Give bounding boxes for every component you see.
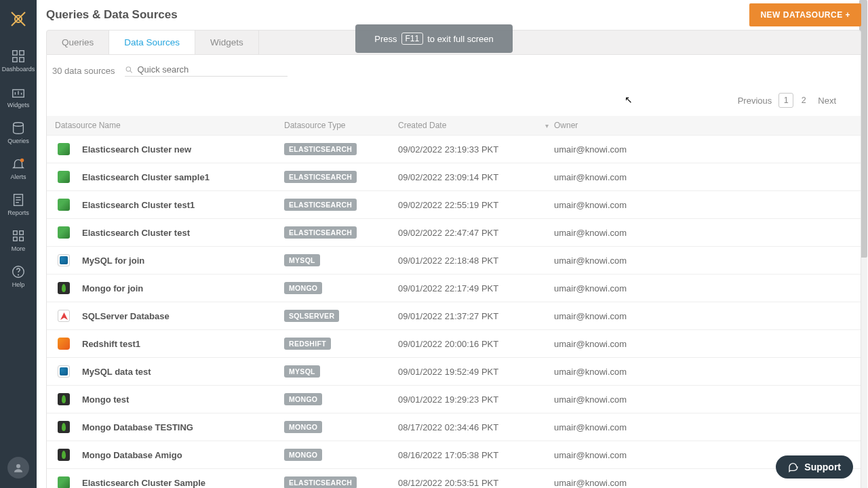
datasource-icon (58, 338, 70, 350)
datasource-icon (58, 421, 70, 433)
datasource-name: Elasticsearch Cluster test1 (82, 200, 195, 210)
type-badge: MYSQL (284, 365, 320, 378)
datasource-name: Elasticsearch Cluster Sample (82, 478, 205, 488)
svg-rect-16 (20, 231, 24, 235)
column-header-name[interactable]: Datasource Name (47, 121, 284, 130)
dashboards-icon (11, 49, 26, 64)
created-date: 08/16/2022 17:05:38 PKT (398, 450, 554, 460)
search-icon (125, 65, 134, 75)
column-header-type[interactable]: Datasource Type (284, 121, 398, 130)
svg-rect-4 (20, 58, 24, 62)
sidebar-item-label: Reports (7, 209, 29, 216)
hint-suffix: to exit full screen (427, 34, 494, 44)
datasource-icon (58, 449, 70, 461)
type-badge: MONGO (284, 393, 322, 405)
support-label: Support (804, 462, 841, 472)
table-row[interactable]: Elasticsearch Cluster SampleELASTICSEARC… (47, 468, 861, 488)
datasource-icon (58, 143, 70, 155)
table-row[interactable]: Mongo Database TESTINGMONGO08/17/2022 02… (47, 413, 861, 441)
created-date: 09/01/2022 19:52:49 PKT (398, 367, 554, 377)
svg-point-21 (16, 464, 20, 468)
column-header-owner[interactable]: Owner (554, 121, 861, 130)
tab-data-sources[interactable]: Data Sources (109, 30, 195, 54)
type-badge: MYSQL (284, 254, 320, 266)
datasource-icon (58, 476, 70, 488)
svg-rect-17 (14, 237, 18, 241)
type-badge: MONGO (284, 421, 322, 433)
queries-icon (11, 121, 26, 136)
reports-icon (11, 192, 26, 207)
svg-point-10 (20, 159, 24, 163)
svg-rect-1 (13, 51, 17, 55)
datasource-icon (58, 254, 70, 266)
table-row[interactable]: Elasticsearch Cluster newELASTICSEARCH09… (47, 135, 861, 163)
datasource-name: SQLServer Database (82, 311, 170, 321)
created-date: 09/02/2022 22:47:47 PKT (398, 228, 554, 238)
pagination-page-1[interactable]: 1 (778, 93, 793, 108)
datasource-name: Elasticsearch Cluster sample1 (82, 172, 210, 182)
sidebar-item-alerts[interactable]: Alerts (0, 151, 37, 187)
created-date: 09/02/2022 22:55:19 PKT (398, 200, 554, 210)
table-row[interactable]: Elasticsearch Cluster sample1ELASTICSEAR… (47, 163, 861, 190)
app-logo[interactable] (7, 8, 29, 30)
owner: umair@knowi.com (554, 228, 861, 238)
table-row[interactable]: Elasticsearch Cluster testELASTICSEARCH0… (47, 218, 861, 246)
pagination: Previous 1 2 Next (46, 81, 861, 116)
svg-point-9 (14, 123, 24, 127)
svg-rect-15 (14, 231, 18, 235)
table-row[interactable]: MySQL data testMYSQL09/01/2022 19:52:49 … (47, 357, 861, 385)
table-header: Datasource Name Datasource Type Created … (47, 116, 861, 135)
datasource-name: Mongo Database Amigo (82, 450, 182, 460)
search-wrap (125, 64, 288, 77)
datasource-name: MySQL for join (82, 256, 144, 266)
pagination-page-2[interactable]: 2 (796, 93, 811, 108)
sidebar-item-more[interactable]: More (0, 223, 37, 259)
table-row[interactable]: MySQL for joinMYSQL09/01/2022 22:18:48 P… (47, 246, 861, 274)
search-input[interactable] (137, 64, 287, 75)
sidebar-item-label: Queries (7, 138, 29, 144)
pagination-previous[interactable]: Previous (738, 96, 772, 106)
table-row[interactable]: Elasticsearch Cluster test1ELASTICSEARCH… (47, 190, 861, 218)
type-badge: SQLSERVER (284, 310, 339, 322)
table-row[interactable]: Mongo for joinMONGO09/01/2022 22:17:49 P… (47, 274, 861, 302)
svg-rect-2 (20, 51, 24, 55)
owner: umair@knowi.com (554, 256, 861, 266)
datasource-icon (58, 226, 70, 239)
tab-widgets[interactable]: Widgets (195, 30, 259, 54)
pagination-next[interactable]: Next (818, 96, 836, 106)
owner: umair@knowi.com (554, 394, 861, 405)
more-icon (11, 228, 26, 243)
new-datasource-button[interactable]: NEW DATASOURCE + (749, 3, 861, 26)
sidebar-item-help[interactable]: Help (0, 259, 37, 295)
sidebar-item-reports[interactable]: Reports (0, 187, 37, 223)
datasource-icon (58, 282, 70, 294)
sidebar-item-label: Help (12, 281, 25, 288)
sidebar-item-widgets[interactable]: Widgets (0, 79, 37, 115)
datasource-icon (58, 310, 70, 322)
owner: umair@knowi.com (554, 144, 861, 155)
sidebar-item-label: Alerts (10, 174, 26, 180)
widgets-icon (11, 85, 26, 100)
table-row[interactable]: Redshift test1REDSHIFT09/01/2022 20:00:1… (47, 329, 861, 357)
datasource-icon (58, 365, 70, 378)
owner: umair@knowi.com (554, 311, 861, 321)
owner: umair@knowi.com (554, 422, 861, 432)
main: Queries & Data Sources NEW DATASOURCE + … (37, 0, 868, 488)
svg-line-23 (130, 70, 132, 73)
datasource-name: Elasticsearch Cluster test (82, 228, 190, 238)
sidebar-item-dashboards[interactable]: Dashboards (0, 43, 37, 79)
table-row[interactable]: Mongo Database AmigoMONGO08/16/2022 17:0… (47, 441, 861, 468)
support-button[interactable]: Support (776, 455, 853, 479)
svg-rect-18 (20, 237, 24, 241)
owner: umair@knowi.com (554, 478, 861, 488)
tab-queries[interactable]: Queries (47, 30, 109, 54)
type-badge: MONGO (284, 282, 322, 294)
datasource-name: Mongo Database TESTING (82, 422, 193, 432)
column-header-date[interactable]: Created Date ▾ (398, 121, 554, 130)
table-row[interactable]: Mongo testMONGO09/01/2022 19:29:23 PKTum… (47, 385, 861, 413)
datasource-icon (58, 393, 70, 405)
table-row[interactable]: SQLServer DatabaseSQLSERVER09/01/2022 21… (47, 302, 861, 329)
owner: umair@knowi.com (554, 172, 861, 182)
user-avatar[interactable] (7, 457, 29, 479)
sidebar-item-queries[interactable]: Queries (0, 115, 37, 151)
